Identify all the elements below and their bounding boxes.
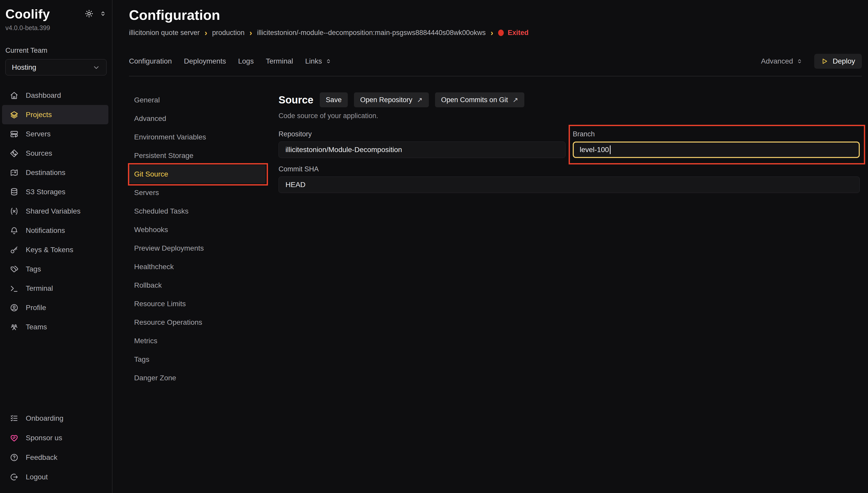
source-description: Code source of your application.: [278, 112, 860, 120]
sidebar-item-destinations[interactable]: Destinations: [2, 163, 108, 182]
subnav-advanced[interactable]: Advanced: [129, 109, 266, 128]
subnav-resource-limits[interactable]: Resource Limits: [129, 295, 266, 313]
subnav-tags[interactable]: Tags: [129, 350, 266, 369]
subnav-preview-deployments[interactable]: Preview Deployments: [129, 239, 266, 258]
repository-input[interactable]: illicitestonion/Module-Decomposition: [278, 142, 566, 158]
logout-icon: [9, 472, 19, 482]
map-icon: [9, 168, 19, 177]
sidebar-item-profile[interactable]: Profile: [2, 298, 108, 317]
external-link-icon: ↗: [417, 96, 423, 104]
sidebar-item-teams[interactable]: Teams: [2, 317, 108, 337]
repository-field-group: Repository illicitestonion/Module-Decomp…: [278, 130, 566, 158]
external-link-icon: ↗: [512, 96, 518, 104]
sidebar-item-label: Notifications: [26, 227, 65, 235]
brand-logo[interactable]: Coolify: [5, 7, 50, 22]
open-commits-button[interactable]: Open Commits on Git ↗: [435, 92, 524, 107]
bell-icon: [9, 226, 19, 235]
breadcrumb-project[interactable]: illicitonion quote server: [129, 29, 200, 37]
branch-input[interactable]: level-100: [573, 142, 860, 158]
subnav-healthcheck[interactable]: Healthcheck: [129, 258, 266, 276]
sidebar-item-label: Feedback: [26, 453, 57, 462]
subnav-resource-operations[interactable]: Resource Operations: [129, 313, 266, 332]
tab-terminal[interactable]: Terminal: [266, 57, 293, 65]
breadcrumb-environment[interactable]: production: [212, 29, 245, 37]
sidebar-item-onboarding[interactable]: Onboarding: [2, 409, 108, 428]
sidebar-item-s3-storages[interactable]: S3 Storages: [2, 182, 108, 201]
sidebar-item-servers[interactable]: Servers: [2, 124, 108, 144]
brand-icons: [84, 9, 107, 19]
status-dot-icon: [498, 29, 504, 36]
team-select[interactable]: Hosting: [5, 59, 107, 76]
subnav-rollback[interactable]: Rollback: [129, 276, 266, 295]
source-form: Repository illicitestonion/Module-Decomp…: [278, 130, 860, 193]
subnav-environment-variables[interactable]: Environment Variables: [129, 128, 266, 146]
sidebar-item-terminal[interactable]: Terminal: [2, 279, 108, 298]
sidebar-item-label: S3 Storages: [26, 188, 65, 196]
chevron-down-icon: [92, 64, 100, 71]
chevrons-up-down-icon: [325, 58, 332, 65]
server-icon: [9, 129, 19, 139]
sidebar-item-label: Dashboard: [26, 91, 61, 100]
commit-sha-field-group: Commit SHA HEAD: [278, 165, 860, 193]
theme-sun-icon[interactable]: [84, 9, 94, 19]
open-repository-button[interactable]: Open Repository ↗: [354, 92, 429, 107]
commit-sha-label: Commit SHA: [278, 165, 860, 173]
variables-icon: [9, 207, 19, 216]
tab-links-label: Links: [305, 57, 322, 65]
save-button[interactable]: Save: [320, 92, 348, 107]
deploy-button[interactable]: Deploy: [814, 54, 862, 69]
sidebar-item-feedback[interactable]: Feedback: [2, 448, 108, 467]
sidebar-item-dashboard[interactable]: Dashboard: [2, 86, 108, 105]
team-select-value: Hosting: [12, 63, 36, 71]
tag-icon: [9, 264, 19, 274]
text-cursor: [610, 145, 611, 154]
subnav-git-source-label: Git Source: [134, 170, 168, 178]
source-heading: Source: [278, 94, 314, 106]
subnav-general[interactable]: General: [129, 91, 266, 109]
heart-icon: [9, 433, 19, 443]
open-repository-label: Open Repository: [360, 96, 412, 104]
sidebar-item-projects[interactable]: Projects: [2, 105, 108, 124]
sidebar-footer: Onboarding Sponsor us Feedback Logout: [2, 409, 108, 487]
chevrons-up-down-icon: [796, 58, 803, 65]
commit-sha-value: HEAD: [285, 180, 305, 189]
sidebar-item-tags[interactable]: Tags: [2, 259, 108, 279]
tabs-row: Configuration Deployments Logs Terminal …: [129, 54, 862, 77]
sidebar-item-label: Keys & Tokens: [26, 246, 73, 254]
subnav-scheduled-tasks[interactable]: Scheduled Tasks: [129, 202, 266, 220]
subnav-servers[interactable]: Servers: [129, 184, 266, 202]
sidebar-item-sponsor-us[interactable]: Sponsor us: [2, 428, 108, 448]
sidebar-item-label: Profile: [26, 304, 46, 312]
breadcrumb-application[interactable]: illicitestonion/-module--decomposition:m…: [257, 29, 486, 37]
subnav-danger-zone[interactable]: Danger Zone: [129, 369, 266, 387]
checklist-icon: [9, 414, 19, 423]
source-header: Source Save Open Repository ↗ Open Commi…: [278, 92, 860, 107]
subnav-persistent-storage[interactable]: Persistent Storage: [129, 146, 266, 165]
sidebar-item-shared-variables[interactable]: Shared Variables: [2, 201, 108, 221]
tab-links[interactable]: Links: [305, 57, 332, 65]
sidebar-item-sources[interactable]: Sources: [2, 144, 108, 163]
tab-logs[interactable]: Logs: [238, 57, 254, 65]
sidebar-item-keys-tokens[interactable]: Keys & Tokens: [2, 240, 108, 259]
current-team-label: Current Team: [5, 47, 107, 55]
advanced-label: Advanced: [761, 57, 793, 65]
subnav-webhooks[interactable]: Webhooks: [129, 220, 266, 239]
tab-configuration[interactable]: Configuration: [129, 57, 172, 65]
sidebar-item-label: Teams: [26, 323, 47, 331]
subnav-git-source[interactable]: Git Source: [129, 165, 266, 184]
subnav-metrics[interactable]: Metrics: [129, 332, 266, 350]
page-title: Configuration: [129, 7, 862, 23]
commit-sha-input[interactable]: HEAD: [278, 176, 860, 193]
sidebar-item-label: Shared Variables: [26, 207, 81, 215]
sidebar-nav: Dashboard Projects Servers Sources Desti…: [2, 86, 108, 337]
advanced-dropdown[interactable]: Advanced: [761, 57, 803, 65]
repository-value: illicitestonion/Module-Decomposition: [285, 146, 402, 154]
sidebar-item-logout[interactable]: Logout: [2, 467, 108, 487]
sidebar-item-label: Tags: [26, 265, 41, 273]
sidebar-item-label: Servers: [26, 130, 50, 138]
theme-select-chevrons-icon[interactable]: [99, 10, 107, 18]
tab-deployments[interactable]: Deployments: [184, 57, 226, 65]
sidebar-item-notifications[interactable]: Notifications: [2, 221, 108, 240]
deploy-label: Deploy: [833, 57, 855, 65]
key-icon: [9, 245, 19, 255]
